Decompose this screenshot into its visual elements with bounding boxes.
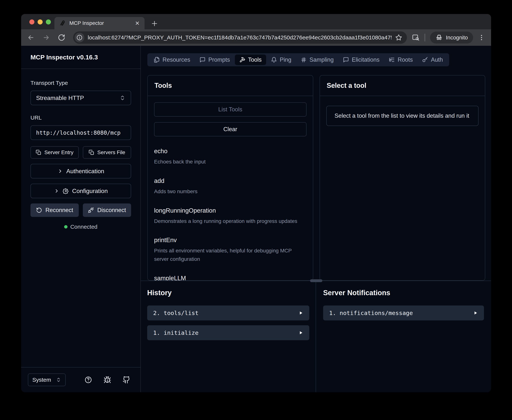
chevrons-up-down-icon xyxy=(56,377,61,382)
incognito-badge: Incognito xyxy=(430,32,473,44)
tab-prompts[interactable]: Prompts xyxy=(195,54,234,65)
tool-description: Demonstrates a long running operation wi… xyxy=(154,217,306,225)
servers-file-label: Servers File xyxy=(97,150,125,156)
incognito-label: Incognito xyxy=(446,35,468,41)
toolbar-right-cluster: Incognito xyxy=(412,32,485,44)
unplug-icon xyxy=(88,207,94,213)
site-info-icon[interactable] xyxy=(75,33,84,42)
tool-list-item[interactable]: echo Echoes back the input xyxy=(154,148,306,166)
url-input-value: http://localhost:8080/mcp xyxy=(36,129,121,136)
tools-panel: Tools List Tools Clear echo Echoes back … xyxy=(147,75,313,281)
tab-auth-label: Auth xyxy=(431,56,443,63)
transport-type-select[interactable]: Streamable HTTP xyxy=(31,91,131,105)
tab-tools[interactable]: Tools xyxy=(235,54,266,65)
app-content: MCP Inspector v0.16.3 Transport Type Str… xyxy=(21,46,491,392)
zoom-window-button[interactable] xyxy=(46,19,51,24)
tool-details-panel: Select a tool Select a tool from the lis… xyxy=(320,75,485,281)
history-entry[interactable]: 1. initialize xyxy=(147,325,309,340)
tool-name[interactable]: longRunningOperation xyxy=(154,207,306,214)
minimize-window-button[interactable] xyxy=(38,19,43,24)
tab-close-icon[interactable]: ✕ xyxy=(135,20,140,27)
tab-tools-label: Tools xyxy=(248,56,262,63)
tool-list-item[interactable]: add Adds two numbers xyxy=(154,177,306,196)
theme-select[interactable]: System xyxy=(28,374,66,386)
servers-file-button[interactable]: Servers File xyxy=(83,146,131,159)
reload-icon[interactable] xyxy=(58,34,65,41)
chevron-right-icon xyxy=(57,168,63,174)
history-title: History xyxy=(147,289,309,297)
expand-play-icon[interactable] xyxy=(298,310,303,315)
new-tab-button[interactable] xyxy=(151,20,158,28)
tab-elicitations[interactable]: Elicitations xyxy=(338,54,384,65)
bug-icon[interactable] xyxy=(103,376,111,384)
tab-prompts-label: Prompts xyxy=(208,56,230,63)
tab-search-icon[interactable] xyxy=(412,34,420,41)
tab-ping[interactable]: Ping xyxy=(267,54,296,65)
tool-list-item[interactable]: sampleLLM Samples from an LLM using MCP'… xyxy=(154,275,306,281)
forward-icon[interactable] xyxy=(42,34,50,41)
back-icon[interactable] xyxy=(27,34,35,41)
tool-list-item[interactable]: longRunningOperation Demonstrates a long… xyxy=(154,207,306,225)
tool-name[interactable]: add xyxy=(154,177,306,184)
tool-list-item[interactable]: printEnv Prints all environment variable… xyxy=(154,237,306,263)
tool-details-title: Select a tool xyxy=(320,75,485,96)
copy-icon xyxy=(36,150,41,155)
tools-panel-title: Tools xyxy=(148,75,313,96)
server-entry-button[interactable]: Server Entry xyxy=(31,146,79,159)
browser-window: MCP Inspector ✕ localhost:6274/?MCP_PROX… xyxy=(21,14,491,392)
tool-name[interactable]: sampleLLM xyxy=(154,275,306,281)
tool-name[interactable]: echo xyxy=(154,148,306,155)
main-nav: Resources Prompts Tools Ping Sampling xyxy=(147,53,449,66)
history-entry[interactable]: 2. tools/list xyxy=(147,306,309,320)
history-entry-label: 1. initialize xyxy=(153,329,199,336)
disconnect-button[interactable]: Disconnect xyxy=(83,203,131,217)
expand-play-icon[interactable] xyxy=(298,330,303,335)
bookmark-star-icon[interactable] xyxy=(395,34,402,41)
tool-name[interactable]: printEnv xyxy=(154,237,306,244)
close-window-button[interactable] xyxy=(29,19,34,24)
message-square-icon xyxy=(343,57,349,63)
theme-select-value: System xyxy=(32,377,51,383)
clear-button[interactable]: Clear xyxy=(154,122,306,136)
panel-resize-handle[interactable] xyxy=(310,279,322,282)
files-icon xyxy=(154,57,160,63)
tab-auth[interactable]: Auth xyxy=(418,54,447,65)
notification-entry[interactable]: 1. notifications/message xyxy=(323,306,484,320)
tab-elicitations-label: Elicitations xyxy=(352,56,379,63)
copy-icon xyxy=(89,150,94,155)
chevrons-up-down-icon xyxy=(120,95,125,101)
tool-description: Echoes back the input xyxy=(154,158,306,166)
incognito-icon xyxy=(435,34,443,41)
gear-icon xyxy=(63,188,69,194)
help-icon[interactable] xyxy=(84,376,92,384)
tab-sampling[interactable]: Sampling xyxy=(296,54,338,65)
url-input[interactable]: http://localhost:8080/mcp xyxy=(31,125,131,140)
sidebar: MCP Inspector v0.16.3 Transport Type Str… xyxy=(21,46,141,392)
tab-resources[interactable]: Resources xyxy=(149,54,195,65)
authentication-button[interactable]: Authentication xyxy=(31,164,131,178)
hash-icon xyxy=(301,57,307,63)
tab-ping-label: Ping xyxy=(280,56,291,63)
tab-roots[interactable]: Roots xyxy=(384,54,417,65)
server-notifications-panel: Server Notifications 1. notifications/me… xyxy=(316,281,491,392)
tab-roots-label: Roots xyxy=(397,56,413,63)
browser-tab-strip: MCP Inspector ✕ xyxy=(21,14,491,29)
sidebar-body: Transport Type Streamable HTTP URL http:… xyxy=(21,69,140,230)
configuration-button[interactable]: Configuration xyxy=(31,184,131,198)
expand-play-icon[interactable] xyxy=(473,310,478,315)
url-text[interactable]: localhost:6274/?MCP_PROXY_AUTH_TOKEN=ec1… xyxy=(88,34,392,41)
history-entry-label: 2. tools/list xyxy=(153,310,199,316)
browser-tab[interactable]: MCP Inspector ✕ xyxy=(54,17,145,29)
address-bar[interactable]: localhost:6274/?MCP_PROXY_AUTH_TOKEN=ec1… xyxy=(73,31,407,44)
sidebar-header: MCP Inspector v0.16.3 xyxy=(21,46,140,69)
transport-type-value: Streamable HTTP xyxy=(36,95,84,101)
list-tools-button[interactable]: List Tools xyxy=(154,102,306,117)
browser-menu-icon[interactable] xyxy=(478,34,485,41)
server-notifications-title: Server Notifications xyxy=(323,289,484,297)
reconnect-button[interactable]: Reconnect xyxy=(31,203,79,217)
bottom-section: History 2. tools/list 1. initialize Serv… xyxy=(141,281,491,392)
message-square-icon xyxy=(199,57,206,63)
configuration-label: Configuration xyxy=(72,188,108,195)
authentication-label: Authentication xyxy=(66,168,104,175)
github-icon[interactable] xyxy=(122,376,130,384)
